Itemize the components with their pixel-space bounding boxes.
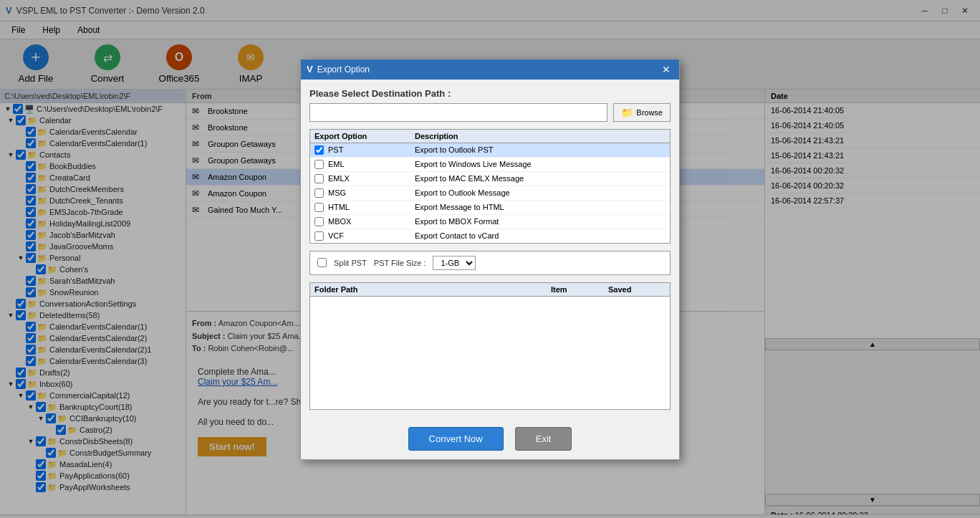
export-option-desc: Export to Windows Live Message — [415, 160, 666, 168]
export-option-row[interactable]: PST Export to Outlook PST — [310, 143, 670, 158]
export-row-label: VCF — [314, 231, 415, 241]
export-option-row[interactable]: HTML Export Message to HTML — [310, 201, 670, 215]
export-row-label: EMLX — [314, 174, 415, 183]
browse-button[interactable]: 📁 Browse — [613, 103, 671, 122]
export-row-label: PST — [314, 145, 415, 155]
export-option-row[interactable]: MSG Export to Outlook Message — [310, 186, 670, 201]
export-option-name: MSG — [328, 188, 346, 197]
folder-browse-icon: 📁 — [621, 107, 633, 118]
export-col1-header: Export Option — [314, 132, 415, 140]
destination-path-input[interactable] — [309, 103, 607, 122]
export-option-modal: V Export Option ✕ Please Select Destinat… — [300, 59, 680, 460]
export-option-name: EML — [328, 160, 345, 168]
export-option-checkbox[interactable] — [314, 231, 324, 241]
split-pst-checkbox[interactable] — [317, 258, 327, 267]
export-option-row[interactable]: VCF Export Contact to vCard — [310, 229, 670, 244]
folder-table-header: Folder Path Item Saved — [310, 283, 670, 297]
modal-footer: Convert Now Exit — [301, 418, 679, 459]
modal-titlebar-left: V Export Option — [307, 64, 370, 75]
export-row-label: MBOX — [314, 217, 415, 226]
export-row-label: HTML — [314, 203, 415, 212]
export-options-table: Export Option Description PST Export to … — [309, 129, 671, 244]
browse-label: Browse — [636, 108, 663, 117]
export-option-checkbox[interactable] — [314, 188, 324, 198]
export-option-desc: Export to Outlook Message — [415, 188, 666, 197]
export-row-label: MSG — [314, 188, 415, 198]
modal-body: Please Select Destination Path : 📁 Brows… — [301, 80, 679, 418]
export-option-checkbox[interactable] — [314, 174, 324, 183]
export-table-header: Export Option Description — [310, 130, 670, 143]
export-row-label: EML — [314, 160, 415, 169]
export-option-desc: Export Contact to vCard — [415, 231, 666, 240]
modal-close-button[interactable]: ✕ — [659, 62, 673, 77]
export-option-checkbox[interactable] — [314, 160, 324, 169]
folder-col2-header: Item — [551, 285, 608, 294]
modal-overlay: V Export Option ✕ Please Select Destinat… — [0, 0, 980, 518]
folder-table-body — [310, 297, 670, 409]
modal-titlebar: V Export Option ✕ — [301, 59, 679, 80]
export-rows-container: PST Export to Outlook PST EML Export to … — [310, 143, 670, 244]
folder-path-table: Folder Path Item Saved — [309, 282, 671, 410]
path-section: Please Select Destination Path : 📁 Brows… — [309, 88, 671, 122]
folder-col1-header: Folder Path — [314, 285, 551, 294]
export-option-row[interactable]: EML Export to Windows Live Message — [310, 158, 670, 172]
export-option-desc: Export to MBOX Format — [415, 217, 666, 226]
path-row: 📁 Browse — [309, 103, 671, 122]
modal-title-icon: V — [307, 64, 313, 75]
split-size-label: PST File Size : — [374, 259, 426, 267]
export-option-name: MBOX — [328, 217, 351, 226]
export-option-name: PST — [328, 145, 343, 154]
export-option-row[interactable]: EMLX Export to MAC EMLX Message — [310, 172, 670, 186]
split-pst-label: Split PST — [334, 259, 367, 267]
path-label: Please Select Destination Path : — [309, 88, 671, 99]
exit-button[interactable]: Exit — [515, 427, 572, 451]
export-option-checkbox[interactable] — [314, 217, 324, 226]
folder-col3-header: Saved — [608, 285, 666, 294]
export-option-desc: Export to MAC EMLX Message — [415, 174, 666, 183]
export-option-checkbox[interactable] — [314, 203, 324, 212]
export-option-name: VCF — [328, 231, 344, 240]
export-option-name: EMLX — [328, 174, 350, 183]
export-option-row[interactable]: MBOX Export to MBOX Format — [310, 215, 670, 229]
export-option-checkbox[interactable] — [314, 145, 324, 155]
split-size-select[interactable]: 1-GB2-GB4-GB — [433, 256, 476, 270]
export-col2-header: Description — [415, 132, 666, 140]
modal-title: Export Option — [317, 64, 370, 75]
convert-now-button[interactable]: Convert Now — [408, 427, 504, 451]
split-pst-section: Split PST PST File Size : 1-GB2-GB4-GB — [309, 251, 671, 275]
export-option-desc: Export to Outlook PST — [415, 145, 666, 154]
export-option-name: HTML — [328, 203, 350, 211]
export-option-desc: Export Message to HTML — [415, 203, 666, 211]
